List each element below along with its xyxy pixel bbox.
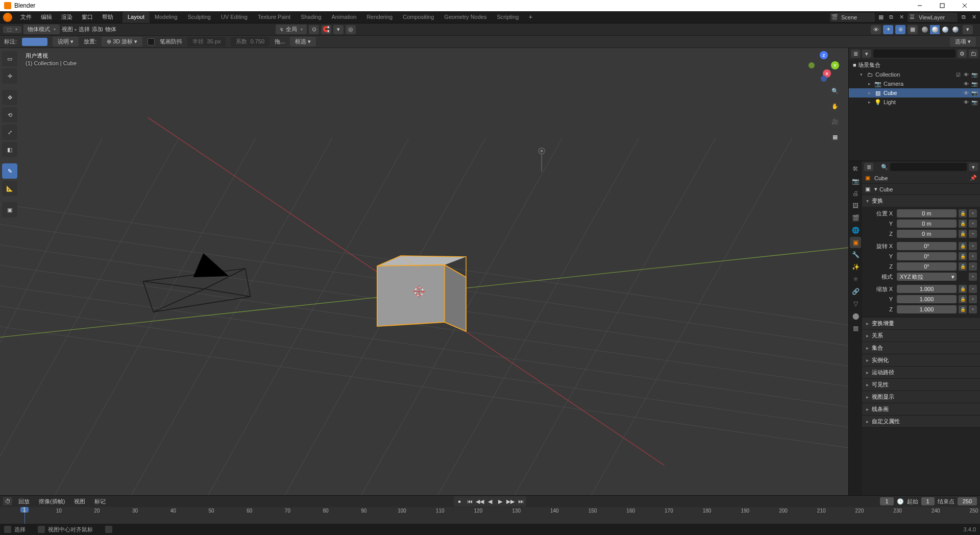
menu-file[interactable]: 文件 (16, 11, 36, 23)
ptab-modifiers[interactable]: 🔧 (850, 249, 861, 260)
timeline-playback[interactable]: 回放 (15, 497, 33, 506)
tool-rotate[interactable]: ⟲ (2, 107, 17, 123)
properties-search-input[interactable] (890, 163, 967, 171)
outliner-collection-row[interactable]: ▾ 🗀 Collection ☑👁📷 (849, 70, 980, 79)
viewlayer-input[interactable] (917, 13, 958, 21)
editor-type-dropdown[interactable]: ⬚ (3, 26, 21, 33)
nav-perspective[interactable]: ▦ (829, 131, 841, 143)
shading-dropdown[interactable]: ▾ (963, 25, 973, 34)
tab-animation[interactable]: Animation (327, 12, 362, 23)
rot-z-field[interactable]: 0° (897, 262, 957, 271)
rot-x-field[interactable]: 0° (897, 242, 957, 250)
tab-add[interactable]: + (524, 12, 537, 23)
axis-z[interactable]: Z (820, 51, 828, 59)
tab-sculpting[interactable]: Sculpting (183, 12, 216, 23)
xray-toggle[interactable]: ▦ (908, 25, 918, 34)
autokey-toggle[interactable]: ● (455, 497, 464, 505)
axis-neg-y[interactable] (808, 62, 815, 68)
tool-add-primitive[interactable]: ▣ (2, 202, 17, 217)
options-dropdown[interactable]: 选项 ▾ (950, 37, 976, 46)
eye-icon[interactable]: 👁 (963, 100, 970, 105)
outliner-new-collection[interactable]: 🗀 (969, 50, 978, 58)
ptab-physics[interactable]: ⚛ (850, 274, 861, 285)
camera-icon[interactable]: 📷 (971, 90, 978, 96)
menu-view[interactable]: 视图 (62, 26, 77, 33)
jump-end[interactable]: ⏭ (516, 497, 525, 505)
menu-select[interactable]: 选择 (79, 26, 90, 33)
shading-wireframe[interactable] (920, 25, 930, 34)
eye-icon[interactable]: 👁 (963, 90, 970, 96)
tab-compositing[interactable]: Compositing (398, 12, 439, 23)
shading-solid[interactable] (930, 25, 940, 34)
layer-new-button[interactable]: ⧉ (960, 13, 968, 21)
scene-collection-label[interactable]: ■ 场景集合 (849, 60, 980, 70)
outliner-editor-type[interactable]: ≣ (851, 50, 860, 58)
tab-uv[interactable]: UV Editing (216, 12, 253, 23)
pin-icon[interactable]: 📌 (970, 175, 977, 181)
tool-select-box[interactable]: ▭ (2, 51, 17, 66)
panel-transform-header[interactable]: 变换 (862, 195, 980, 207)
select-mode-dropdown[interactable]: 框选 ▾ (290, 37, 316, 46)
current-frame-field[interactable]: 1 (880, 497, 893, 505)
tool-annotate[interactable]: ✎ (2, 163, 17, 179)
menu-object[interactable]: 物体 (105, 26, 116, 33)
ptab-render[interactable]: 📷 (850, 176, 861, 187)
ptab-object[interactable]: ▣ (850, 237, 861, 248)
scene-input[interactable] (839, 13, 875, 21)
tab-geometry-nodes[interactable]: Geometry Nodes (439, 12, 492, 23)
maximize-button[interactable] (931, 0, 953, 11)
ptab-viewlayer[interactable]: 🖼 (850, 200, 861, 211)
stroke-stable-checkbox[interactable] (148, 38, 155, 45)
ptab-scene[interactable]: 🎬 (850, 212, 861, 224)
shading-matprev[interactable] (940, 25, 950, 34)
annotate-layer-dropdown[interactable]: 说明 ▾ (53, 37, 79, 46)
tab-scripting[interactable]: Scripting (492, 12, 524, 23)
viewlayer-dropdown[interactable]: ☰ (908, 13, 958, 22)
outliner-item-camera[interactable]: ▸ 📷 Camera 👁📷 (849, 79, 980, 88)
camera-icon[interactable]: 📷 (971, 72, 978, 78)
ptab-constraints[interactable]: 🔗 (850, 286, 861, 297)
tool-move[interactable]: ✥ (2, 90, 17, 105)
nav-zoom[interactable]: 🔍 (829, 85, 841, 97)
navigation-gizmo[interactable]: Z Y X (808, 51, 839, 82)
keyframe-next[interactable]: ▶▶ (506, 497, 515, 505)
scene-delete-button[interactable]: ✕ (897, 13, 905, 21)
orientation-dropdown[interactable]: ↯全局 (276, 25, 307, 34)
timeline-view[interactable]: 视图 (71, 497, 88, 506)
timeline-marker[interactable]: 标记 (91, 497, 109, 506)
menu-add[interactable]: 添加 (92, 26, 103, 33)
nav-camera[interactable]: 🎥 (829, 115, 841, 128)
radius-field[interactable]: 半径 35 px (187, 37, 226, 46)
pivot-dropdown[interactable]: ⊙ (309, 25, 319, 34)
properties-options[interactable]: ▾ (969, 163, 978, 171)
rot-y-field[interactable]: 0° (897, 252, 957, 260)
timeline-keying[interactable]: 抠像(插帧) (36, 497, 68, 506)
pos-x-field[interactable]: 0 m (897, 209, 957, 217)
tab-shading[interactable]: Shading (296, 12, 326, 23)
outliner-item-light[interactable]: ▸ 💡 Light 👁📷 (849, 98, 980, 107)
proportional-toggle[interactable]: ◎ (346, 25, 356, 34)
ptab-material[interactable]: ⬤ (850, 310, 861, 322)
include-checkbox[interactable]: ☑ (954, 72, 962, 78)
nav-pan[interactable]: ✋ (829, 100, 841, 112)
minimize-button[interactable] (909, 0, 931, 11)
ptab-tool[interactable]: 🛠 (850, 163, 861, 175)
layer-delete-button[interactable]: ✕ (970, 13, 978, 21)
ptab-output[interactable]: 🖨 (850, 188, 861, 199)
pos-y-field[interactable]: 0 m (897, 220, 957, 228)
breadcrumb-data-name[interactable]: Cube (879, 186, 893, 192)
scene-new-button[interactable]: ⧉ (887, 13, 895, 21)
start-frame-field[interactable]: 1 (921, 497, 935, 505)
tool-transform[interactable]: ◧ (2, 142, 17, 157)
shading-rendered[interactable] (950, 25, 961, 34)
tab-rendering[interactable]: Rendering (361, 12, 398, 23)
camera-icon[interactable]: 📷 (971, 100, 978, 105)
scl-y-field[interactable]: 1.000 (897, 295, 957, 303)
ptab-particles[interactable]: ✨ (850, 261, 861, 273)
properties-editor-type[interactable]: ≣ (864, 163, 873, 171)
tool-cursor[interactable]: ✛ (2, 68, 17, 84)
3d-viewport[interactable]: ▭ ✛ ✥ ⟲ ⤢ ◧ ✎ 📐 ▣ 用户透视 (1) Collection | … (0, 48, 848, 495)
keyframe-prev[interactable]: ◀◀ (475, 497, 484, 505)
axis-neg-z[interactable] (821, 76, 827, 82)
scl-z-field[interactable]: 1.000 (897, 305, 957, 313)
